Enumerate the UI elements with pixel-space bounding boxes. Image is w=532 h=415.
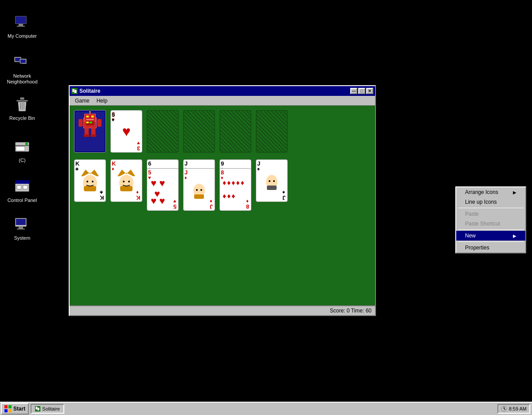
context-paste[interactable]: Paste	[456, 209, 525, 219]
svg-rect-70	[8, 409, 12, 412]
context-new[interactable]: New ▶	[456, 231, 525, 241]
solitaire-game-area: 3 ♥ ♥ 3 ♥ 5 ♠ K ♣	[70, 106, 375, 305]
svg-point-57	[123, 181, 125, 182]
svg-rect-26	[19, 227, 23, 229]
solitaire-icon	[71, 88, 78, 94]
foundation-2[interactable]	[183, 110, 215, 153]
tableau-col-3: 6 ♠ 5 ♥ ♥ ♥ ♥ ♥ ♥ 5 ♥	[147, 159, 179, 226]
tableau-card-k-clubs[interactable]: K ♣ ♣ K ♣	[74, 159, 106, 202]
context-separator-3	[458, 241, 524, 242]
tableau-card-8-diamonds[interactable]: 8 ♦ ♦ ♦ ♦ ♦ ♦ ♦ ♦ ♦ 8 ♦	[219, 168, 251, 211]
my-computer-icon[interactable]: My Computer	[4, 13, 40, 40]
network-neighborhood-icon[interactable]: NetworkNeighborhood	[4, 53, 40, 85]
foundation-3[interactable]	[219, 110, 251, 153]
tableau-card-j-spades-2[interactable]: J ♠ J ♠	[256, 159, 288, 202]
svg-rect-37	[85, 121, 94, 126]
svg-point-61	[196, 189, 198, 191]
svg-rect-8	[20, 59, 26, 63]
tableau-area: K ♣ ♣ K ♣	[74, 159, 371, 230]
tableau-col-5: 9 ♠ 8 ♦ ♦ ♦ ♦ ♦ ♦ ♦ ♦ ♦	[219, 159, 251, 230]
stock-pile[interactable]	[74, 110, 106, 153]
system-icon[interactable]: System	[4, 215, 40, 241]
svg-rect-23	[23, 186, 27, 189]
svg-rect-25	[16, 219, 26, 225]
svg-rect-68	[8, 405, 12, 408]
svg-rect-41	[97, 119, 102, 126]
tableau-col-6: J ♠ J ♠	[256, 159, 288, 226]
taskbar: Start Solitaire 8:59 AM	[0, 402, 532, 415]
svg-rect-56	[120, 186, 133, 191]
start-button[interactable]: Start	[1, 403, 29, 415]
tableau-col-1: K ♣ ♣ K ♣	[74, 159, 106, 217]
foundation-4[interactable]	[256, 110, 288, 153]
solitaire-title: Solitaire	[79, 88, 100, 94]
svg-point-65	[269, 180, 270, 182]
taskbar-solitaire-icon	[35, 406, 40, 411]
svg-rect-39	[90, 122, 92, 123]
context-menu: Arrange Icons ▶ Line up Icons Paste Past…	[455, 186, 526, 253]
maximize-button[interactable]: □	[358, 88, 365, 94]
c-drive-icon[interactable]: (C)	[4, 138, 40, 164]
waste-pile[interactable]: 3 ♥ ♥ 3 ♥ 5 ♠	[110, 110, 142, 153]
taskbar-solitaire-label: Solitaire	[42, 406, 60, 411]
svg-rect-4	[16, 16, 26, 24]
solitaire-statusbar: Score: 0 Time: 60	[70, 305, 375, 315]
svg-rect-45	[90, 134, 96, 137]
svg-rect-69	[4, 409, 8, 412]
svg-rect-64	[267, 186, 277, 190]
svg-point-18	[25, 142, 28, 145]
svg-point-52	[86, 181, 88, 182]
svg-rect-22	[17, 186, 21, 189]
clock-icon	[501, 406, 507, 412]
c-drive-label: (C)	[18, 157, 26, 164]
my-computer-label: My Computer	[7, 33, 37, 40]
tableau-card-k-diamonds[interactable]: K ♦ ♦ K ♦	[110, 159, 142, 202]
svg-rect-51	[84, 186, 96, 191]
svg-rect-73	[37, 407, 39, 411]
svg-rect-34	[86, 116, 89, 118]
game-menu[interactable]: Game	[71, 97, 93, 105]
svg-point-53	[92, 181, 94, 182]
svg-rect-40	[78, 119, 83, 126]
network-label: NetworkNeighborhood	[6, 73, 38, 85]
svg-rect-12	[20, 97, 24, 100]
svg-rect-2	[19, 24, 23, 26]
svg-rect-35	[91, 116, 94, 118]
svg-rect-44	[84, 134, 90, 137]
control-panel-label: Control Panel	[7, 197, 38, 204]
close-button[interactable]: ✕	[366, 88, 373, 94]
solitaire-menubar: Game Help	[70, 96, 375, 106]
context-paste-shortcut[interactable]: Paste Shortcut	[456, 219, 525, 229]
minimize-button[interactable]: —	[350, 88, 357, 94]
svg-rect-21	[15, 180, 29, 184]
svg-rect-67	[4, 405, 8, 408]
svg-rect-60	[194, 194, 204, 199]
foundation-1[interactable]	[147, 110, 179, 153]
context-properties[interactable]: Properties	[456, 243, 525, 253]
recycle-bin-icon[interactable]: Recycle Bin	[4, 95, 40, 122]
control-panel-icon[interactable]: Control Panel	[4, 178, 40, 204]
windows-logo	[4, 405, 12, 412]
tableau-col-2: K ♦ ♦ K ♦	[110, 159, 142, 217]
taskbar-clock: 8:59 AM	[497, 404, 530, 414]
context-line-up-icons[interactable]: Line up Icons	[456, 197, 525, 207]
context-arrange-icons[interactable]: Arrange Icons ▶	[456, 187, 525, 197]
svg-rect-27	[17, 229, 25, 229]
system-label: System	[14, 235, 31, 241]
svg-rect-33	[85, 114, 96, 122]
svg-point-66	[273, 180, 275, 182]
taskbar-solitaire[interactable]: Solitaire	[31, 404, 64, 414]
tableau-card-j-diamonds[interactable]: J ♦ J ♦	[183, 168, 215, 211]
svg-rect-30	[74, 90, 77, 93]
recycle-bin-label: Recycle Bin	[9, 115, 35, 122]
solitaire-window: Solitaire — □ ✕ Game Help	[69, 85, 376, 316]
tableau-card-5-hearts[interactable]: 5 ♥ ♥ ♥ ♥ ♥ ♥ 5 ♥	[147, 168, 179, 211]
svg-rect-11	[16, 100, 28, 102]
start-label: Start	[13, 406, 25, 412]
help-menu[interactable]: Help	[93, 97, 111, 105]
svg-point-62	[200, 189, 202, 191]
solitaire-titlebar[interactable]: Solitaire — □ ✕	[70, 86, 375, 96]
svg-rect-38	[86, 122, 89, 123]
clock-time: 8:59 AM	[509, 406, 527, 411]
tableau-col-4: J ♠ J ♦ J	[183, 159, 215, 226]
